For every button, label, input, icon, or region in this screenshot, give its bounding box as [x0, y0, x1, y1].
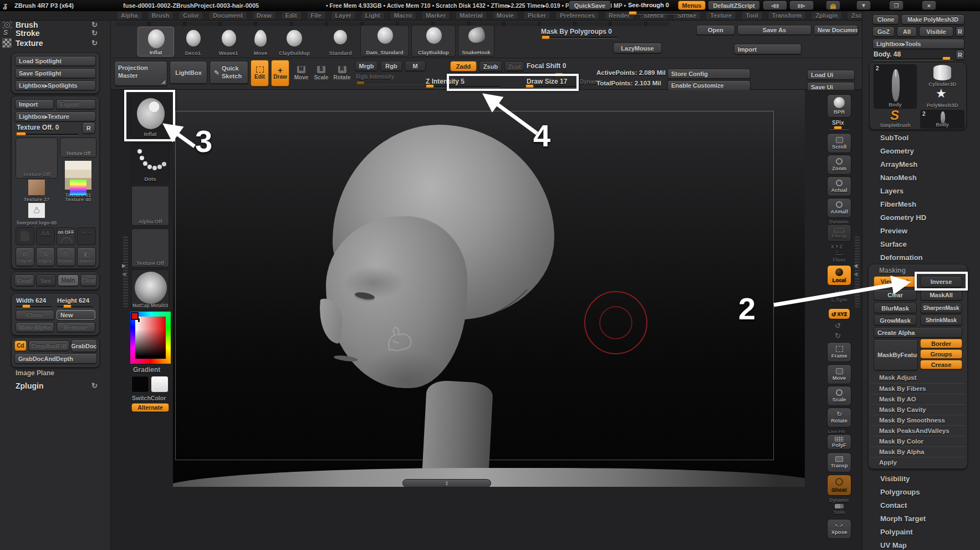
quicksave-button[interactable]: QuickSave — [569, 1, 611, 10]
persp-button[interactable]: Persp — [827, 224, 851, 242]
menu-preferences[interactable]: Preferences — [555, 11, 599, 20]
mask-peaksandvalleys-row[interactable]: Mask PeaksAndValleys — [870, 425, 966, 436]
bpr-button[interactable]: BPR — [827, 94, 851, 118]
default-zscript-button[interactable]: DefaultZScript — [708, 1, 760, 10]
menu-brush[interactable]: Brush — [147, 11, 174, 20]
menu-draw[interactable]: Draw — [252, 11, 276, 20]
mask-groups-button[interactable]: Groups — [920, 349, 962, 359]
rotate-view-button[interactable]: ↻Rotate — [827, 408, 851, 427]
mask-by-polygroups-slider[interactable] — [541, 37, 617, 39]
cropandfill-button[interactable]: CropAndFill — [28, 340, 69, 351]
restore-button[interactable]: ❒ — [889, 1, 904, 10]
apply-row[interactable]: Apply — [870, 457, 966, 467]
transp-button[interactable]: Transp — [827, 452, 851, 472]
goz-all-button[interactable]: All — [897, 27, 917, 37]
scroll-button[interactable]: Scroll — [827, 133, 851, 153]
maskbyfeature-button[interactable]: MaskByFeature — [874, 339, 918, 370]
clear-button[interactable]: Clear — [80, 274, 97, 286]
tool-thumb-body[interactable]: 2 Body — [874, 64, 917, 109]
menus-button[interactable]: Menus — [678, 1, 706, 10]
tray-active-alpha[interactable]: Alpha Off — [131, 186, 169, 226]
create-alpha-button[interactable]: Create Alpha — [874, 327, 962, 338]
flip-h-button[interactable]: ⇄Flip H — [16, 247, 34, 266]
texture-on-off-icon[interactable]: on OFF — [57, 227, 75, 245]
brush-palette-header[interactable]: Brush — [16, 21, 38, 29]
texture-import-button[interactable]: Import — [15, 99, 54, 109]
texture-refresh-icon[interactable]: ↻ — [91, 39, 98, 47]
divider-collapse-left-button[interactable]: ◂▮▮ — [763, 1, 787, 10]
frame-button[interactable]: Frame — [827, 342, 851, 362]
section-preview[interactable]: Preview — [880, 227, 907, 235]
lsym-button[interactable]: ◆|◆L.Sym — [827, 288, 851, 304]
height-slider[interactable] — [57, 306, 93, 308]
texture-off-big-thumb[interactable]: Texture Off — [16, 138, 58, 179]
section-geometry[interactable]: Geometry — [880, 147, 914, 155]
tool-thumb-polymesh3d[interactable]: ★ PolyMesh3D — [920, 89, 964, 109]
stroke-refresh-icon[interactable]: ↻ — [91, 29, 98, 37]
mask-by-polygroups-handle[interactable] — [542, 35, 550, 39]
sec-button[interactable]: Sec — [36, 274, 56, 286]
section-morph-target[interactable]: Morph Target — [880, 515, 926, 523]
switchcolor-label[interactable]: SwitchColor — [132, 395, 166, 401]
tool-clone-button[interactable]: Clone — [872, 14, 899, 24]
liverpool-logo-thumb[interactable]: liverpool logo-00 — [16, 203, 58, 226]
section-polypaint[interactable]: Polypaint — [880, 528, 913, 536]
shelf-brush-inflat[interactable]: Inflat — [137, 27, 174, 57]
draw-button[interactable]: + Draw — [271, 60, 289, 86]
texture-27-thumb[interactable]: Texture 27 — [16, 179, 58, 203]
new-document-button[interactable]: New Document — [814, 25, 858, 35]
move-button[interactable]: M Move — [292, 60, 310, 86]
tray-active-material[interactable]: MatCap Metal03 — [131, 269, 169, 309]
shelf-brush-deco1[interactable]: Deco1 — [178, 29, 207, 57]
edit-button[interactable]: Edit — [251, 60, 269, 86]
zadd-button[interactable]: Zadd — [450, 61, 477, 72]
menu-alpha[interactable]: Alpha — [116, 11, 142, 20]
shelf-brush-claybuildup-2[interactable]: ClayBuildup — [411, 25, 456, 57]
texture-r-button[interactable]: R — [82, 122, 95, 134]
canvas-scrollbar[interactable]: ▲ ▼ — [402, 479, 491, 487]
m-button[interactable]: M — [405, 61, 426, 71]
load-spotlight-button[interactable]: Load Spotlight — [15, 56, 96, 66]
section-polygroups[interactable]: Polygroups — [880, 488, 920, 496]
rgb-intensity-handle[interactable] — [356, 81, 365, 85]
mask-by-alpha-row[interactable]: Mask By Alpha — [870, 446, 966, 457]
switchcolor-black-swatch[interactable] — [131, 376, 149, 393]
close-button[interactable]: × — [922, 1, 936, 10]
rgb-intensity-slider[interactable] — [356, 82, 426, 84]
goz-visible-button[interactable]: Visible — [919, 27, 953, 37]
maskall-button[interactable]: MaskAll — [920, 289, 962, 301]
clone-doc-button[interactable]: Clone — [16, 310, 54, 320]
local-button[interactable]: Local — [827, 265, 851, 286]
lightbox-texture-button[interactable]: Lightbox▸Texture — [15, 111, 96, 121]
tool-thumb-cylinder3d[interactable]: Cylinder3D — [920, 64, 964, 88]
width-slider-handle[interactable] — [22, 304, 30, 308]
sculpt-canvas[interactable] — [173, 90, 805, 487]
tool-thumb-body-2[interactable]: 2 Body — [920, 110, 964, 129]
menu-light[interactable]: Light — [361, 11, 385, 20]
y-rotate-icon[interactable]: ↺ — [835, 322, 841, 330]
shelf-brush-move[interactable]: Move — [247, 29, 274, 57]
polyf-button[interactable]: PolyF — [827, 434, 851, 450]
rotate-button[interactable]: R Rotate — [332, 60, 352, 86]
texture-page-icon[interactable] — [16, 227, 34, 245]
mask-border-button[interactable]: Border — [920, 339, 962, 348]
zoom-button[interactable]: Zoom — [827, 155, 851, 175]
ghost-button[interactable]: Ghost — [827, 475, 851, 496]
grabdoc-button[interactable]: GrabDoc — [71, 339, 97, 352]
section-subtool[interactable]: SubTool — [880, 134, 908, 142]
shrinkmask-button[interactable]: ShrinkMask — [920, 315, 962, 325]
mask-crease-button[interactable]: Crease — [920, 360, 962, 369]
menu-edit[interactable]: Edit — [281, 11, 302, 20]
flip-v-button[interactable]: ⇅Flip V — [36, 247, 55, 266]
shelf-brush-weave1[interactable]: Weave1 — [213, 29, 244, 57]
divider-collapse-right-button[interactable]: ▮▮▸ — [789, 1, 814, 10]
tool-thumb-simplebrush[interactable]: S SimpleBrush — [874, 110, 917, 129]
move-view-button[interactable]: Move — [827, 364, 851, 384]
texture-palette-header[interactable]: Texture — [16, 39, 43, 48]
right-tray-collapse-icon[interactable]: ◀ — [854, 271, 858, 277]
store-config-button[interactable]: Store Config — [667, 69, 751, 79]
menu-tool[interactable]: Tool — [741, 11, 762, 20]
width-slider[interactable] — [16, 306, 52, 308]
main-button[interactable]: Main — [58, 274, 79, 286]
menu-document[interactable]: Document — [208, 11, 247, 20]
